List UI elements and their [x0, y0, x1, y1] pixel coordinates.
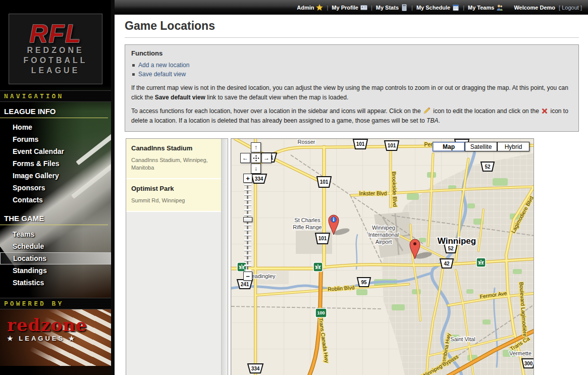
add-location-link[interactable]: Add a new location — [138, 62, 189, 69]
shield-tc-1: 1 — [479, 260, 482, 265]
shield-tc-1: 1 — [316, 264, 319, 270]
sidebar-item-forums[interactable]: Forums — [0, 133, 111, 145]
league-info-menu: Home Forums Event Calendar Forms & Files… — [0, 118, 111, 209]
instructions-paragraph-2: To access functions for each location, h… — [131, 106, 572, 125]
list-item: Add a new location — [132, 61, 572, 70]
sidebar-item-statistics[interactable]: Statistics — [0, 277, 111, 289]
my-stats-link[interactable]: My Stats — [376, 4, 408, 11]
map-label-inkster-blvd: Inkster Blvd — [359, 190, 387, 196]
location-list-panel: CanadInns Stadium CanadInns Stadium, Win… — [126, 138, 228, 375]
section-title-league-info: LEAGUE INFO — [0, 102, 108, 118]
map-pan-control: ↑ ← → ↓ — [240, 142, 272, 174]
separator: | — [411, 5, 413, 11]
vertical-scrollbar[interactable] — [221, 139, 228, 375]
map-type-satellite-button[interactable]: Satellite — [465, 142, 497, 151]
shield-334: 334 — [255, 176, 263, 182]
location-card-canadinns[interactable]: CanadInns Stadium CanadInns Stadium, Win… — [126, 139, 221, 179]
bracket: ] — [580, 5, 582, 11]
map-label-airport: Airport — [376, 239, 392, 245]
league-logo-line: FOOTBALL — [23, 56, 87, 66]
map-label-rifle-range: Rifle Range — [293, 224, 322, 230]
zoom-slider-thumb[interactable] — [243, 217, 252, 222]
sidebar-item-teams[interactable]: Teams — [0, 228, 111, 240]
calculator-icon — [401, 4, 408, 11]
pan-right-button[interactable]: → — [261, 153, 272, 163]
logout-link[interactable]: Logout — [562, 5, 579, 11]
map-type-hybrid-button[interactable]: Hybrid — [497, 142, 529, 151]
league-logo-abbr: RFL — [29, 23, 81, 45]
shield-52: 52 — [448, 246, 454, 251]
bracket: [ — [559, 5, 560, 11]
instructions-paragraph-1: If the current map view is not in the de… — [131, 83, 572, 102]
sidebar-item-contacts[interactable]: Contacts — [0, 194, 111, 206]
section-title-the-game: THE GAME — [0, 209, 108, 225]
edit-pencil-icon — [423, 107, 431, 114]
admin-label: Admin — [297, 5, 314, 11]
logout-wrap: [ Logout ] — [559, 5, 582, 11]
my-profile-label: My Profile — [332, 5, 358, 11]
league-logo-line: LEAGUE — [31, 66, 80, 76]
shield-101: 101 — [356, 141, 365, 147]
separator: | — [327, 5, 328, 11]
location-name: CanadInns Stadium — [131, 144, 216, 152]
zoom-slider-rail[interactable] — [244, 184, 251, 271]
my-schedule-label: My Schedule — [416, 5, 450, 11]
brand-subtitle: ★ LEAGUES ★ — [7, 335, 111, 342]
bullet-icon — [132, 64, 135, 67]
page-title: Game Locations — [125, 19, 579, 38]
zoom-out-button[interactable]: − — [243, 272, 252, 281]
location-card-optimist[interactable]: Optimist Park Summit Rd, Winnipeg — [126, 179, 221, 212]
sidebar-item-standings[interactable]: Standings — [0, 264, 111, 277]
map-zoom-control: + − — [243, 174, 253, 281]
save-default-view-link[interactable]: Save default view — [138, 71, 186, 78]
map-label-st-charles: St Charles — [294, 217, 320, 223]
top-bar: Admin | My Profile | My Stats — [115, 0, 588, 15]
sidebar-item-home[interactable]: Home — [0, 121, 111, 133]
star-icon — [316, 4, 323, 11]
pan-center-button[interactable] — [251, 153, 261, 163]
map-label-rosser: Rosser — [298, 139, 315, 145]
my-teams-link[interactable]: My Teams — [468, 4, 503, 11]
location-address: Summit Rd, Winnipeg — [131, 197, 216, 204]
sidebar-item-schedule[interactable]: Schedule — [0, 240, 111, 252]
welcome-user-label: Welcome Demo — [514, 5, 555, 11]
functions-box: Functions Add a new location Save defaul… — [125, 44, 579, 132]
map-image: 221 334 334 101 101 101 101 101 241 95 5… — [231, 139, 534, 375]
main-column: Admin | My Profile | My Stats — [111, 0, 588, 375]
pan-left-button[interactable]: ← — [240, 153, 250, 163]
locations-content-row: CanadInns Stadium CanadInns Stadium, Win… — [126, 138, 579, 375]
my-schedule-link[interactable]: My Schedule — [416, 4, 459, 11]
sidebar: RFL REDZONE FOOTBALL LEAGUE NAVIGATION L… — [0, 0, 111, 375]
bullet-icon — [132, 73, 135, 76]
text: link to save the default view when the m… — [205, 94, 349, 101]
shield-334: 334 — [251, 366, 260, 371]
sidebar-item-event-calendar[interactable]: Event Calendar — [0, 145, 111, 157]
pan-down-button[interactable]: ↓ — [251, 164, 261, 174]
location-cards: CanadInns Stadium CanadInns Stadium, Win… — [126, 139, 221, 375]
zoom-in-button[interactable]: + — [243, 174, 252, 183]
my-teams-label: My Teams — [468, 5, 494, 11]
admin-link[interactable]: Admin — [297, 4, 323, 11]
map-label-airport: Winnipeg — [372, 225, 395, 231]
shield-101: 101 — [388, 143, 396, 148]
sidebar-item-locations[interactable]: Locations — [0, 252, 111, 264]
page-content: Game Locations Functions Add a new locat… — [115, 15, 588, 375]
map-container[interactable]: 221 334 334 101 101 101 101 101 241 95 5… — [231, 138, 534, 375]
map-label-winnipeg: Winnipeg — [438, 236, 476, 246]
shield-101: 101 — [320, 179, 329, 185]
text: . — [438, 117, 440, 124]
powered-by-header: POWERED BY — [0, 298, 111, 309]
my-profile-link[interactable]: My Profile — [332, 4, 367, 11]
sidebar-item-sponsors[interactable]: Sponsors — [0, 182, 111, 194]
sidebar-item-image-gallery[interactable]: Image Gallery — [0, 170, 111, 182]
pan-up-button[interactable]: ↑ — [251, 142, 261, 152]
functions-links: Add a new location Save default view — [132, 61, 572, 79]
sidebar-item-forms-files[interactable]: Forms & Files — [0, 157, 111, 170]
functions-heading: Functions — [131, 49, 572, 57]
league-logo: RFL REDZONE FOOTBALL LEAGUE — [9, 14, 102, 84]
recenter-icon — [253, 155, 259, 162]
shield-42: 42 — [444, 261, 450, 266]
navigation-header: NAVIGATION — [0, 90, 111, 102]
map-type-map-button[interactable]: Map — [433, 142, 465, 151]
shield-52: 52 — [485, 164, 491, 170]
